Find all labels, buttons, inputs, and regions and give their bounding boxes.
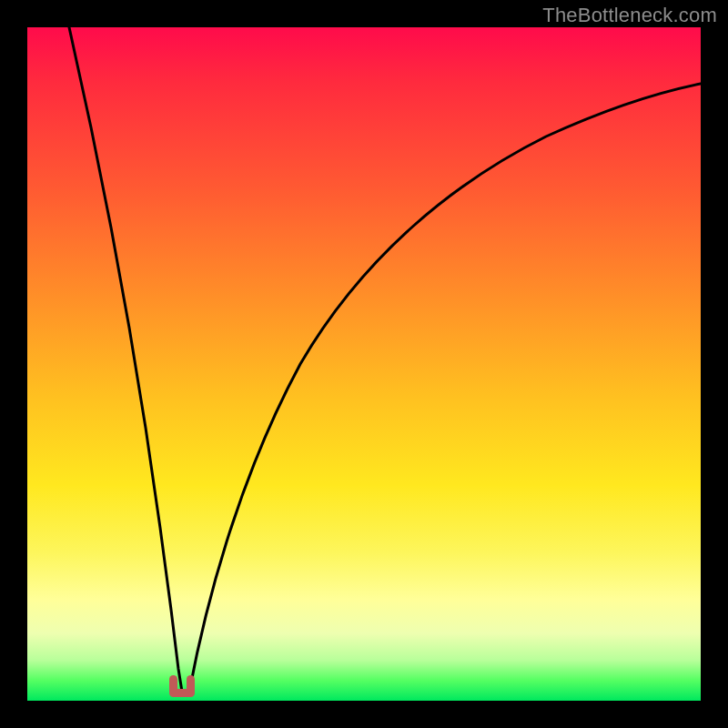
plot-area xyxy=(27,27,701,701)
bottleneck-marker xyxy=(169,675,195,697)
curve-left-branch xyxy=(69,27,182,692)
watermark-text: TheBottleneck.com xyxy=(542,4,717,27)
bottleneck-curves xyxy=(27,27,701,701)
chart-frame: TheBottleneck.com xyxy=(0,0,728,728)
curve-right-branch xyxy=(189,84,701,692)
